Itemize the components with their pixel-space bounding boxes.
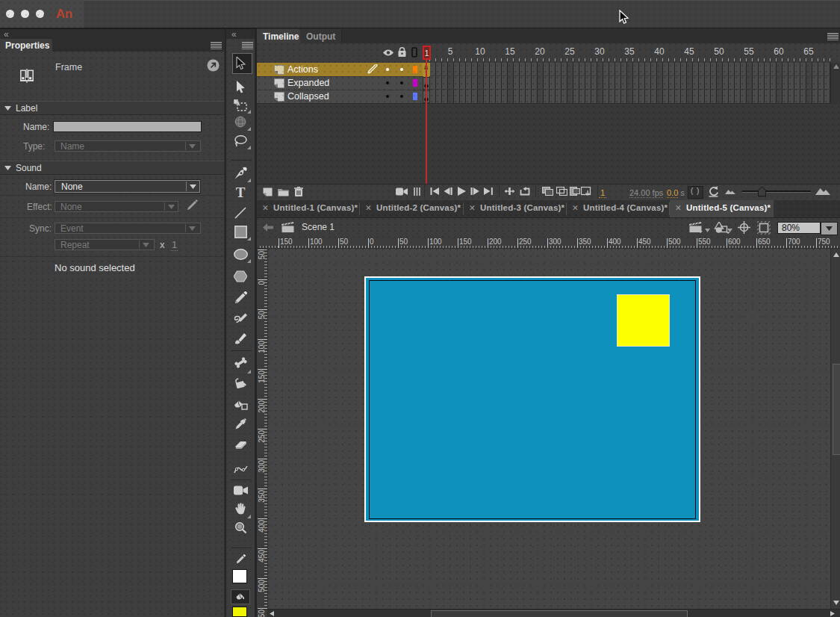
- svg-text:T: T: [236, 186, 246, 199]
